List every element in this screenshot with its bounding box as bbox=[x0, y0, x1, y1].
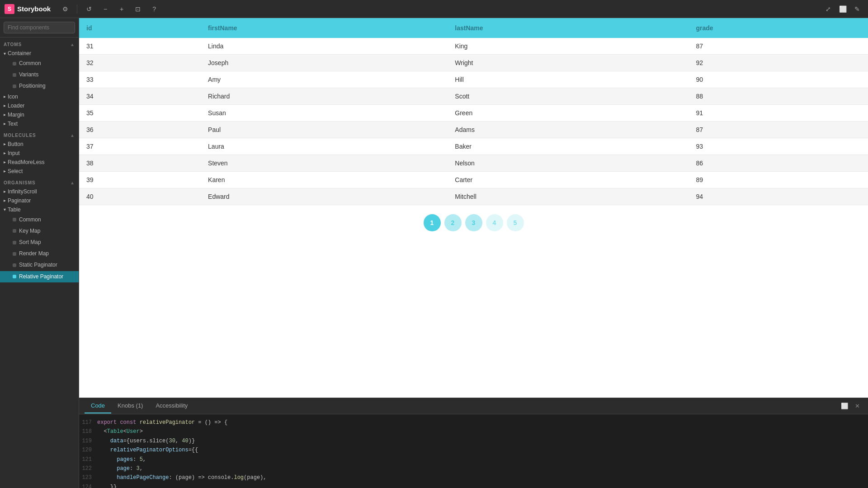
sidebar-item-common-container[interactable]: Common bbox=[0, 58, 79, 69]
cell-firstName: Paul bbox=[201, 122, 448, 138]
readmoreless-arrow-icon: ▸ bbox=[4, 160, 6, 164]
sidebar-item-variants[interactable]: Variants bbox=[0, 69, 79, 80]
zoom-in-button[interactable]: + bbox=[115, 3, 128, 15]
cell-firstName: Amy bbox=[201, 71, 448, 88]
sidebar-item-sortmap[interactable]: Sort Map bbox=[0, 237, 79, 248]
cell-grade: 89 bbox=[689, 172, 868, 188]
code-panel: 117 export const relativePaginator = () … bbox=[79, 414, 868, 488]
table-label: Table bbox=[8, 206, 21, 213]
app-title: Storybook bbox=[17, 5, 51, 13]
tab-accessibility[interactable]: Accessibility bbox=[149, 399, 194, 413]
common-dot-icon bbox=[13, 62, 16, 66]
common-label: Common bbox=[19, 59, 41, 68]
cell-grade: 87 bbox=[689, 122, 868, 138]
container-arrow-icon: ▾ bbox=[4, 51, 6, 56]
common-table-label: Common bbox=[19, 216, 41, 224]
table-row: 35SusanGreen91 bbox=[79, 105, 868, 122]
sidebar-item-icon[interactable]: ▸ Icon bbox=[0, 92, 79, 101]
keymap-label: Key Map bbox=[19, 227, 40, 235]
sidebar-item-input[interactable]: ▸ Input bbox=[0, 149, 79, 158]
icon-arrow-icon: ▸ bbox=[4, 94, 6, 99]
sidebar-item-margin[interactable]: ▸ Margin bbox=[0, 110, 79, 119]
open-new-tab-button[interactable]: ⬜ bbox=[836, 3, 849, 15]
app-logo: S Storybook bbox=[5, 4, 51, 14]
text-label: Text bbox=[8, 121, 18, 127]
molecules-collapse-icon[interactable]: ▲ bbox=[70, 133, 75, 138]
sidebar: ATOMS ▲ ▾ Container Common Variants Posi… bbox=[0, 18, 79, 488]
cell-firstName: Susan bbox=[201, 105, 448, 122]
split-panel-button[interactable]: ⬜ bbox=[839, 401, 850, 412]
bottom-tabs: Code Knobs (1) Accessibility ⬜ ✕ bbox=[79, 398, 868, 414]
storybook-logo-icon: S bbox=[5, 4, 14, 14]
sidebar-item-button[interactable]: ▸ Button bbox=[0, 140, 79, 149]
fit-button[interactable]: ⊡ bbox=[132, 3, 144, 15]
sidebar-item-relativepaginator[interactable]: Relative Paginator bbox=[0, 271, 79, 282]
page-btn-5[interactable]: 5 bbox=[507, 214, 524, 231]
sidebar-item-text[interactable]: ▸ Text bbox=[0, 119, 79, 128]
icon-label: Icon bbox=[8, 94, 18, 100]
sidebar-item-rendermap[interactable]: Render Map bbox=[0, 248, 79, 259]
sidebar-item-loader[interactable]: ▸ Loader bbox=[0, 101, 79, 110]
data-table: id firstName lastName grade 31LindaKing8… bbox=[79, 18, 868, 205]
button-label: Button bbox=[8, 141, 24, 147]
help-button[interactable]: ? bbox=[148, 3, 160, 15]
page-btn-2[interactable]: 2 bbox=[444, 214, 462, 231]
text-arrow-icon: ▸ bbox=[4, 121, 6, 126]
cell-id: 33 bbox=[79, 71, 201, 88]
refresh-button[interactable]: ↺ bbox=[83, 3, 95, 15]
sidebar-item-select[interactable]: ▸ Select bbox=[0, 167, 79, 176]
page-btn-4[interactable]: 4 bbox=[486, 214, 503, 231]
cell-grade: 90 bbox=[689, 71, 868, 88]
sidebar-item-keymap[interactable]: Key Map bbox=[0, 225, 79, 237]
fullscreen-button[interactable]: ⤢ bbox=[822, 3, 835, 15]
select-label: Select bbox=[8, 168, 23, 174]
page-btn-1[interactable]: 1 bbox=[424, 214, 441, 231]
zoom-out-button[interactable]: − bbox=[99, 3, 112, 15]
margin-label: Margin bbox=[8, 112, 24, 118]
sidebar-item-positioning[interactable]: Positioning bbox=[0, 80, 79, 92]
col-header-grade: grade bbox=[689, 18, 868, 38]
cell-lastName: Scott bbox=[448, 88, 689, 105]
code-line-123: 123 handlePageChange: (page) => console.… bbox=[79, 473, 868, 482]
table-row: 39KarenCarter89 bbox=[79, 172, 868, 188]
cell-id: 31 bbox=[79, 38, 201, 55]
settings-icon[interactable]: ⚙ bbox=[59, 3, 71, 15]
sortmap-label: Sort Map bbox=[19, 238, 41, 247]
staticpaginator-label: Static Paginator bbox=[19, 261, 57, 269]
cell-lastName: Green bbox=[448, 105, 689, 122]
sidebar-item-infinityscroll[interactable]: ▸ InfinityScroll bbox=[0, 187, 79, 196]
tab-knobs[interactable]: Knobs (1) bbox=[111, 399, 149, 413]
table-row: 38StevenNelson86 bbox=[79, 155, 868, 172]
cell-grade: 93 bbox=[689, 138, 868, 155]
code-line-122: 122 page: 3, bbox=[79, 464, 868, 473]
table-row: 33AmyHill90 bbox=[79, 71, 868, 88]
code-line-121: 121 pages: 5, bbox=[79, 455, 868, 464]
molecules-section-label: MOLECULES ▲ bbox=[0, 128, 79, 140]
page-btn-3[interactable]: 3 bbox=[465, 214, 482, 231]
rendermap-dot bbox=[13, 252, 16, 256]
table-header-row: id firstName lastName grade bbox=[79, 18, 868, 38]
bottom-tab-actions: ⬜ ✕ bbox=[839, 401, 863, 412]
sidebar-item-common-table[interactable]: Common bbox=[0, 214, 79, 225]
sortmap-dot bbox=[13, 241, 16, 244]
organisms-collapse-icon[interactable]: ▲ bbox=[70, 180, 75, 185]
search-input[interactable] bbox=[4, 22, 75, 33]
sidebar-item-paginator[interactable]: ▸ Paginator bbox=[0, 196, 79, 205]
cell-grade: 94 bbox=[689, 188, 868, 205]
cell-id: 35 bbox=[79, 105, 201, 122]
content-area: id firstName lastName grade 31LindaKing8… bbox=[79, 18, 868, 488]
col-header-lastname: lastName bbox=[448, 18, 689, 38]
edit-button[interactable]: ✎ bbox=[851, 3, 863, 15]
sidebar-item-table[interactable]: ▾ Table bbox=[0, 205, 79, 214]
sidebar-item-container[interactable]: ▾ Container bbox=[0, 49, 79, 58]
table-row: 37LauraBaker93 bbox=[79, 138, 868, 155]
close-panel-button[interactable]: ✕ bbox=[852, 401, 863, 412]
tab-code[interactable]: Code bbox=[85, 399, 111, 413]
loader-arrow-icon: ▸ bbox=[4, 103, 6, 108]
sidebar-item-readmoreless[interactable]: ▸ ReadMoreLess bbox=[0, 158, 79, 167]
organisms-section-label: ORGANISMS ▲ bbox=[0, 176, 79, 187]
cell-firstName: Richard bbox=[201, 88, 448, 105]
atoms-collapse-icon[interactable]: ▲ bbox=[70, 42, 75, 47]
code-line-118: 118 <Table<User> bbox=[79, 427, 868, 436]
sidebar-item-staticpaginator[interactable]: Static Paginator bbox=[0, 259, 79, 271]
